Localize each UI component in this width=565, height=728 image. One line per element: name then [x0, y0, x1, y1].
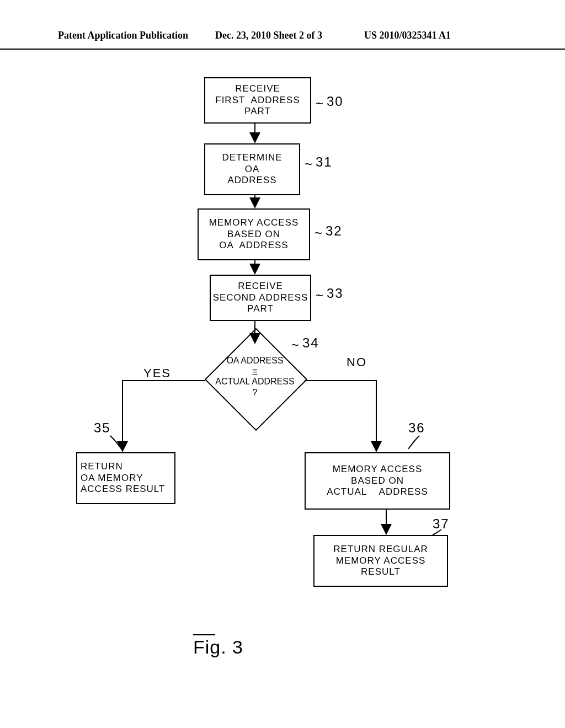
node-35-l3: ACCESS RESULT	[81, 484, 165, 495]
node-30-l3: PART	[244, 106, 271, 117]
node-37-l2: MEMORY ACCESS	[336, 555, 426, 566]
figure-label: Fig. 3	[193, 636, 243, 658]
branch-yes: YES	[143, 366, 171, 381]
node-34-text: OA ADDRESS = ACTUAL ADDRESS ?	[200, 355, 310, 398]
node-32-l1: MEMORY ACCESS	[209, 217, 299, 228]
node-37-l1: RETURN REGULAR	[333, 544, 428, 555]
ref-34: ~34	[291, 335, 319, 351]
ref-37: 37	[433, 516, 450, 532]
node-36-l1: MEMORY ACCESS	[333, 464, 423, 475]
ref-32: ~32	[315, 223, 343, 239]
node-32-l2: BASED ON	[227, 229, 280, 240]
node-30-l2: FIRST ADDRESS	[215, 95, 300, 106]
node-35-l1: RETURN	[81, 461, 123, 472]
node-31-l3: ADDRESS	[227, 175, 276, 186]
node-32: MEMORY ACCESS BASED ON OA ADDRESS	[198, 208, 310, 260]
node-31-l1: DETERMINE	[222, 152, 282, 163]
node-37-l3: RESULT	[361, 566, 401, 577]
ref-35: 35	[94, 420, 111, 436]
node-33-l1: RECEIVE	[238, 281, 283, 292]
node-30-l1: RECEIVE	[235, 83, 280, 94]
node-31: DETERMINE OA ADDRESS	[204, 143, 300, 195]
branch-no: NO	[347, 355, 367, 370]
ref-33: ~33	[316, 286, 344, 301]
node-36: MEMORY ACCESS BASED ON ACTUAL ADDRESS	[305, 452, 450, 510]
node-30: RECEIVE FIRST ADDRESS PART	[204, 77, 311, 124]
node-33: RECEIVE SECOND ADDRESS PART	[210, 275, 311, 321]
header-center: Dec. 23, 2010 Sheet 2 of 3	[215, 30, 322, 41]
node-36-l3: ACTUAL ADDRESS	[327, 486, 428, 497]
header-left: Patent Application Publication	[58, 30, 188, 41]
node-35: RETURN OA MEMORY ACCESS RESULT	[76, 452, 175, 504]
ref-30: ~30	[316, 94, 344, 109]
ref-31: ~31	[305, 154, 333, 170]
node-36-l2: BASED ON	[351, 475, 404, 486]
fig-label-bar	[193, 634, 215, 635]
ref-36: 36	[408, 420, 425, 436]
node-37: RETURN REGULAR MEMORY ACCESS RESULT	[313, 535, 448, 587]
header-right: US 2010/0325341 A1	[364, 30, 451, 41]
node-32-l3: OA ADDRESS	[219, 240, 288, 251]
node-33-l3: PART	[247, 303, 274, 314]
node-33-l2: SECOND ADDRESS	[213, 292, 308, 303]
node-31-l2: OA	[245, 164, 260, 175]
node-35-l2: OA MEMORY	[81, 473, 143, 484]
node-34: OA ADDRESS = ACTUAL ADDRESS ?	[200, 343, 310, 442]
page-root: Patent Application Publication Dec. 23, …	[0, 0, 565, 728]
